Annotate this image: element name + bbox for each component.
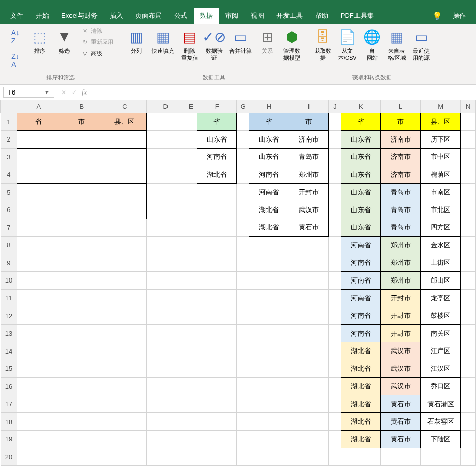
cell-L12[interactable]: 开封市 [380, 307, 420, 325]
cell-N3[interactable] [461, 148, 476, 166]
cell-I4[interactable]: 郑州市 [289, 166, 329, 184]
cell-M18[interactable]: 石灰窑区 [420, 413, 460, 431]
cell-M5[interactable]: 市南区 [420, 183, 460, 201]
cell-H3[interactable]: 山东省 [249, 148, 289, 166]
cell-F19[interactable] [197, 430, 237, 448]
cell-D18[interactable] [146, 413, 185, 431]
cell-G9[interactable] [237, 254, 249, 272]
cell-A20[interactable] [17, 448, 60, 466]
cell-D15[interactable] [146, 360, 185, 378]
cell-M20[interactable] [420, 448, 460, 466]
cell-J6[interactable] [329, 201, 341, 219]
cell-M6[interactable]: 市北区 [420, 201, 460, 219]
menu-tab-3[interactable]: 插入 [104, 8, 129, 24]
cell-H4[interactable]: 河南省 [249, 166, 289, 184]
cell-F12[interactable] [197, 307, 237, 325]
cell-G7[interactable] [237, 219, 249, 237]
cell-A16[interactable] [17, 378, 60, 395]
cell-M2[interactable]: 历下区 [420, 131, 460, 149]
cell-A9[interactable] [17, 254, 60, 272]
cell-A13[interactable] [17, 324, 60, 342]
cell-D2[interactable] [146, 131, 185, 149]
cell-B10[interactable] [60, 272, 103, 290]
row-header-18[interactable]: 18 [1, 413, 17, 431]
cell-C14[interactable] [103, 342, 146, 360]
cell-B1[interactable]: 市 [60, 113, 103, 131]
cell-L14[interactable]: 武汉市 [380, 342, 420, 360]
cell-H15[interactable] [249, 360, 289, 378]
cell-L13[interactable]: 开封市 [380, 324, 420, 342]
col-header-H[interactable]: H [249, 100, 289, 113]
cell-I3[interactable]: 青岛市 [289, 148, 329, 166]
from-csv-button[interactable]: 📄从文 本/CSV [336, 26, 359, 63]
filter-button[interactable]: ▼ 筛选 [53, 26, 76, 56]
cell-J10[interactable] [329, 272, 341, 290]
cell-K20[interactable] [341, 448, 380, 466]
cell-J18[interactable] [329, 413, 341, 431]
cell-C2[interactable] [103, 131, 146, 149]
cell-E14[interactable] [185, 342, 197, 360]
menu-tab-9[interactable]: 开发工具 [270, 8, 309, 24]
advanced-filter-button[interactable]: ▽高级 [78, 48, 116, 58]
data-model-button[interactable]: ⬢管理数 据模型 [280, 26, 303, 63]
cell-B19[interactable] [60, 430, 103, 448]
cell-L8[interactable]: 郑州市 [380, 237, 420, 254]
cell-J5[interactable] [329, 183, 341, 201]
row-header-8[interactable]: 8 [1, 237, 17, 254]
cell-B5[interactable] [60, 183, 103, 201]
remove-duplicates-button[interactable]: ▤删除 重复值 [178, 26, 201, 63]
menu-tab-1[interactable]: 开始 [30, 8, 55, 24]
cell-C1[interactable]: 县、区 [103, 113, 146, 131]
col-header-G[interactable]: G [237, 100, 249, 113]
cell-E20[interactable] [185, 448, 197, 466]
cell-J13[interactable] [329, 324, 341, 342]
cell-D19[interactable] [146, 430, 185, 448]
cell-L20[interactable] [380, 448, 420, 466]
cell-K11[interactable]: 河南省 [341, 289, 380, 307]
cell-K18[interactable]: 湖北省 [341, 413, 380, 431]
cell-D20[interactable] [146, 448, 185, 466]
cell-N2[interactable] [461, 131, 476, 149]
cell-D8[interactable] [146, 237, 185, 254]
cell-M9[interactable]: 上街区 [420, 254, 460, 272]
row-header-12[interactable]: 12 [1, 307, 17, 325]
cell-H7[interactable]: 湖北省 [249, 219, 289, 237]
cell-G10[interactable] [237, 272, 249, 290]
cell-F18[interactable] [197, 413, 237, 431]
col-header-A[interactable]: A [17, 100, 60, 113]
cell-C11[interactable] [103, 289, 146, 307]
data-validation-button[interactable]: ✓⊘数据验 证 [203, 26, 225, 63]
cell-M3[interactable]: 市中区 [420, 148, 460, 166]
cell-I2[interactable]: 济南市 [289, 131, 329, 149]
cell-H11[interactable] [249, 289, 289, 307]
row-header-1[interactable]: 1 [1, 113, 17, 131]
col-header-D[interactable]: D [146, 100, 185, 113]
menu-tab-0[interactable]: 文件 [4, 8, 30, 24]
cell-F17[interactable] [197, 395, 237, 413]
cell-I7[interactable]: 黄石市 [289, 219, 329, 237]
enter-icon[interactable]: ✓ [72, 89, 77, 96]
cell-N10[interactable] [461, 272, 476, 290]
clear-filter-button[interactable]: ✕清除 [78, 26, 116, 36]
cell-B3[interactable] [60, 148, 103, 166]
menu-tab-2[interactable]: Excel与财务 [55, 8, 104, 24]
row-header-20[interactable]: 20 [1, 448, 17, 466]
cell-C7[interactable] [103, 219, 146, 237]
cell-J8[interactable] [329, 237, 341, 254]
from-table-button[interactable]: ▦来自表 格/区域 [386, 26, 408, 63]
cell-H6[interactable]: 湖北省 [249, 201, 289, 219]
menu-tab-11[interactable]: PDF工具集 [335, 8, 380, 24]
cell-B15[interactable] [60, 360, 103, 378]
col-header-K[interactable]: K [341, 100, 380, 113]
menu-tab-7[interactable]: 审阅 [219, 8, 245, 24]
cell-I5[interactable]: 开封市 [289, 183, 329, 201]
cell-E7[interactable] [185, 219, 197, 237]
cell-L11[interactable]: 开封市 [380, 289, 420, 307]
get-data-button[interactable]: 🗄获取数 据 [312, 26, 334, 63]
cell-N12[interactable] [461, 307, 476, 325]
cell-K13[interactable]: 河南省 [341, 324, 380, 342]
cell-G20[interactable] [237, 448, 249, 466]
cell-E9[interactable] [185, 254, 197, 272]
cell-J12[interactable] [329, 307, 341, 325]
cell-L16[interactable]: 武汉市 [380, 378, 420, 395]
